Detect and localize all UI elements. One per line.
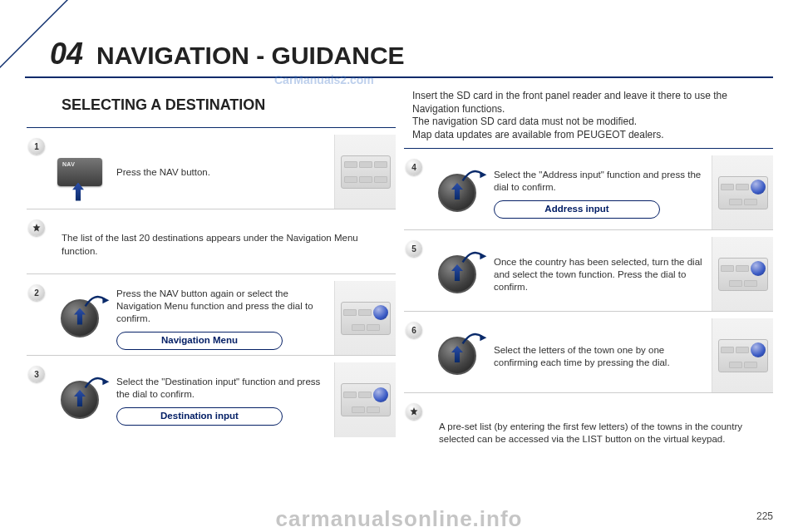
star-icon: [28, 219, 45, 236]
console-thumbnail: [712, 318, 773, 392]
content-columns: SELECTING A DESTINATION 1 NAV Press the …: [27, 83, 773, 510]
dial-illustration: [47, 281, 113, 355]
intro-paragraph: Insert the SD card in the front panel re…: [404, 83, 773, 149]
step-1-text: Press the NAV button.: [116, 166, 328, 179]
rotate-arrow-icon: [461, 167, 488, 184]
section-subtitle-row: SELECTING A DESTINATION: [27, 83, 396, 128]
section-subtitle: SELECTING A DESTINATION: [62, 96, 265, 114]
hint-2-text: A pre-set list (by entering the first fe…: [424, 400, 773, 466]
console-thumbnail: [334, 281, 396, 355]
header-rule: [25, 76, 773, 78]
page-number: 225: [756, 510, 773, 522]
nav-button-illustration: NAV: [47, 135, 113, 209]
hint-badge: [404, 400, 424, 466]
step-text: Press the NAV button again or select the…: [113, 281, 334, 355]
badge-number: 1: [28, 138, 45, 155]
console-thumbnail: [712, 155, 773, 229]
step-4: 4 Select the "Address input" function an…: [404, 155, 773, 230]
corner-accent-inner: [0, 0, 66, 66]
hint-1-text: The list of the last 20 destinations app…: [47, 216, 396, 273]
badge-number: 3: [28, 366, 45, 382]
step-text: Once the country has been selected, turn…: [490, 237, 712, 311]
nav-key-icon: NAV: [57, 158, 102, 186]
left-column: SELECTING A DESTINATION 1 NAV Press the …: [27, 83, 396, 510]
step-5: 5 Once the country has been selected, tu…: [404, 237, 773, 312]
step-6-text: Select the letters of the town one by on…: [494, 344, 705, 369]
badge-number: 2: [28, 284, 45, 301]
menu-pill: Navigation Menu: [116, 332, 283, 350]
menu-pill: Address input: [494, 200, 660, 219]
chapter-header: 04 NAVIGATION - GUIDANCE: [50, 37, 773, 71]
step-text: Select the "Destination input" function …: [113, 362, 334, 437]
hint-2: A pre-set list (by entering the first fe…: [404, 400, 773, 466]
step-6: 6 Select the letters of the town one by …: [404, 318, 773, 393]
badge-number: 4: [406, 159, 422, 175]
rotate-arrow-icon: [84, 293, 111, 309]
dial-illustration: [424, 318, 490, 392]
chapter-title: NAVIGATION - GUIDANCE: [96, 42, 405, 70]
nav-key-label: NAV: [62, 161, 75, 167]
step-1: 1 NAV Press the NAV button.: [27, 135, 396, 209]
badge-number: 5: [406, 240, 422, 257]
rotate-arrow-icon: [461, 330, 488, 347]
right-column: Insert the SD card in the front panel re…: [404, 83, 773, 510]
step-2-text: Press the NAV button again or select the…: [116, 288, 328, 325]
manual-page: 04 NAVIGATION - GUIDANCE CarManuals2.com…: [0, 0, 798, 532]
step-2: 2 Press the NAV button again or select t…: [27, 281, 396, 356]
console-thumbnail: [334, 135, 396, 209]
star-icon: [406, 403, 422, 420]
step-4-text: Select the "Address input" function and …: [494, 169, 705, 194]
step-number-badge: 1: [27, 135, 47, 209]
console-thumbnail: [334, 362, 396, 437]
step-text: Select the "Address input" function and …: [490, 155, 712, 229]
dial-illustration: [424, 237, 490, 311]
step-5-text: Once the country has been selected, turn…: [494, 256, 705, 293]
hint-badge: [27, 216, 47, 273]
rotate-arrow-icon: [84, 374, 111, 391]
panel-icon: [341, 155, 391, 189]
step-text: Press the NAV button.: [113, 135, 334, 209]
step-3: 3 Select the "Destination input" functio…: [27, 362, 396, 437]
hint-1: The list of the last 20 destinations app…: [27, 216, 396, 274]
dial-illustration: [424, 155, 490, 229]
dial-illustration: [47, 362, 113, 437]
badge-number: 6: [406, 322, 422, 338]
console-thumbnail: [712, 237, 773, 311]
step-text: Select the letters of the town one by on…: [490, 318, 712, 392]
step-3-text: Select the "Destination input" function …: [116, 376, 328, 401]
rotate-arrow-icon: [461, 249, 488, 265]
menu-pill: Destination input: [116, 407, 283, 426]
